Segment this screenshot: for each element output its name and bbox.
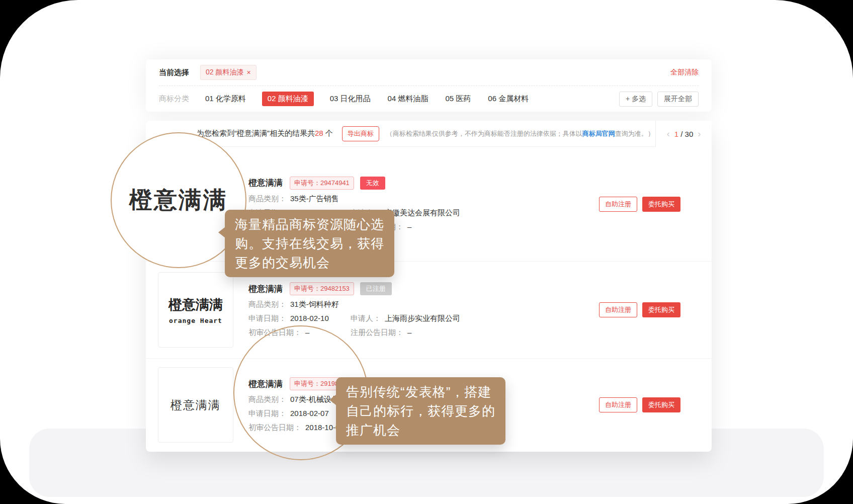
tab-class-01[interactable]: 01 化学原料 xyxy=(204,92,247,106)
marketing-canvas: 当前选择 02 颜料油漆 × 全部清除 商标分类 01 化学原料 02 颜料油漆… xyxy=(0,0,853,504)
tab-class-06[interactable]: 06 金属材料 xyxy=(487,92,530,106)
page-indicator: 1 / 30 xyxy=(674,130,694,138)
tooltip-promotion: 告别传统“发表格”，搭建 自己的标行，获得更多的 推广机会 xyxy=(336,377,505,445)
self-register-button[interactable]: 自助注册 xyxy=(599,397,637,412)
page-next-button[interactable]: › xyxy=(698,129,701,138)
export-trademarks-button[interactable]: 导出商标 xyxy=(342,126,379,141)
tooltip-line: 自己的标行，获得更多的 xyxy=(346,401,495,421)
magnified-trademark-text: 橙意满满 xyxy=(129,185,228,216)
trademark-image-2: 橙意满满 orange Heart xyxy=(158,272,233,348)
current-selection-label: 当前选择 xyxy=(159,68,189,77)
application-number-label: 申请号： xyxy=(294,285,320,292)
applicant-value: 上海雨步实业有限公司 xyxy=(385,314,460,323)
self-register-button[interactable]: 自助注册 xyxy=(599,197,637,212)
entrust-purchase-button[interactable]: 委托购买 xyxy=(642,197,680,212)
results-unit: 个 xyxy=(323,129,333,137)
expand-all-button[interactable]: 展开全部 xyxy=(657,92,699,107)
application-number-value: 29482153 xyxy=(320,285,350,292)
results-summary: 为您检索到“橙意满满”相关的结果共28 个 xyxy=(197,129,333,138)
tooltip-arrow-left xyxy=(218,227,225,238)
registration-publication-value: – xyxy=(407,222,411,231)
application-number-label: 申请号： xyxy=(294,179,320,187)
category-field-value: 35类-广告销售 xyxy=(290,194,339,204)
tooltip-line: 更多的交易机会 xyxy=(235,253,384,272)
tooltip-arrow-left xyxy=(329,394,336,405)
trademark-image-text: 橙意满满 xyxy=(168,296,223,314)
tooltip-line: 告别传统“发表格”，搭建 xyxy=(346,382,495,401)
selected-filter-tag-label: 02 颜料油漆 xyxy=(206,68,243,77)
applicant-value: 安徽美达会展有限公司 xyxy=(385,208,460,218)
selected-filter-tag[interactable]: 02 颜料油漆 × xyxy=(200,65,257,80)
tooltip-line: 购。支持在线交易，获得 xyxy=(235,234,384,253)
category-label: 商标分类 xyxy=(159,94,189,104)
tab-class-04[interactable]: 04 燃料油脂 xyxy=(387,92,430,106)
trademark-name: 橙意满满 xyxy=(248,283,283,295)
application-number-badge: 申请号：29482153 xyxy=(290,282,354,295)
close-icon[interactable]: × xyxy=(246,68,250,76)
apply-date-value: 2018-02-10 xyxy=(290,314,329,323)
filter-card: 当前选择 02 颜料油漆 × 全部清除 商标分类 01 化学原料 02 颜料油漆… xyxy=(146,59,712,112)
application-number-badge: 申请号：29474941 xyxy=(290,177,354,190)
apply-date-label: 申请日期： xyxy=(248,314,286,323)
pagination: ‹ 1 / 30 › xyxy=(655,121,712,147)
results-count: 28 xyxy=(315,129,323,137)
entrust-purchase-button[interactable]: 委托购买 xyxy=(642,397,680,412)
disclaimer-post: 查询为准。） xyxy=(615,130,654,137)
tooltip-marketplace: 海量精品商标资源随心选 购。支持在线交易，获得 更多的交易机会 xyxy=(225,210,394,277)
trademark-image-subtext: orange Heart xyxy=(169,317,222,324)
category-field-value: 31类-饲料种籽 xyxy=(290,300,339,309)
page-separator: / xyxy=(680,130,683,138)
disclaimer-text: （商标检索结果仅供参考，不作为商标能否注册的法律依据；具体以商标局官网查询为准。… xyxy=(386,129,654,138)
tab-class-02-selected[interactable]: 02 颜料油漆 xyxy=(262,92,314,106)
application-number-value: 29474941 xyxy=(320,179,350,187)
status-badge-invalid: 无效 xyxy=(360,177,385,190)
trademark-name: 橙意满满 xyxy=(248,177,283,189)
entrust-purchase-button[interactable]: 委托购买 xyxy=(642,302,680,317)
applicant-label: 申请人： xyxy=(351,314,381,323)
category-field-label: 商品类别： xyxy=(248,300,286,309)
tooltip-line: 海量精品商标资源随心选 xyxy=(235,215,384,234)
self-register-button[interactable]: 自助注册 xyxy=(599,302,637,317)
page-prev-button[interactable]: ‹ xyxy=(667,129,670,138)
multi-select-button[interactable]: + 多选 xyxy=(619,92,652,107)
trademark-image-text: 橙意满满 xyxy=(170,397,221,413)
disclaimer-pre: （商标检索结果仅供参考，不作为商标能否注册的法律依据；具体以 xyxy=(386,130,582,137)
category-field-label: 商品类别： xyxy=(248,194,286,204)
results-summary-text: 为您检索到“橙意满满”相关的结果共 xyxy=(197,129,315,137)
registration-publication-value: – xyxy=(407,328,411,337)
registration-publication-label: 注册公告日期： xyxy=(351,328,403,338)
page-total: 30 xyxy=(685,130,694,138)
page-background: 当前选择 02 颜料油漆 × 全部清除 商标分类 01 化学原料 02 颜料油漆… xyxy=(0,0,853,504)
tab-class-03[interactable]: 03 日化用品 xyxy=(329,92,372,106)
page-current: 1 xyxy=(674,130,678,138)
category-tabs-row: 商标分类 01 化学原料 02 颜料油漆 03 日化用品 04 燃料油脂 05 … xyxy=(146,86,712,112)
status-badge-registered: 已注册 xyxy=(360,282,392,295)
trademark-office-link[interactable]: 商标局官网 xyxy=(582,130,615,137)
trademark-image-3: 橙意满满 xyxy=(158,367,233,443)
current-selection-row: 当前选择 02 颜料油漆 × 全部清除 xyxy=(146,59,712,86)
tab-class-05[interactable]: 05 医药 xyxy=(444,92,472,106)
clear-all-button[interactable]: 全部清除 xyxy=(670,68,699,77)
tooltip-line: 推广机会 xyxy=(346,421,495,440)
results-header: 为您检索到“橙意满满”相关的结果共28 个 导出商标 （商标检索结果仅供参考，不… xyxy=(146,121,712,147)
